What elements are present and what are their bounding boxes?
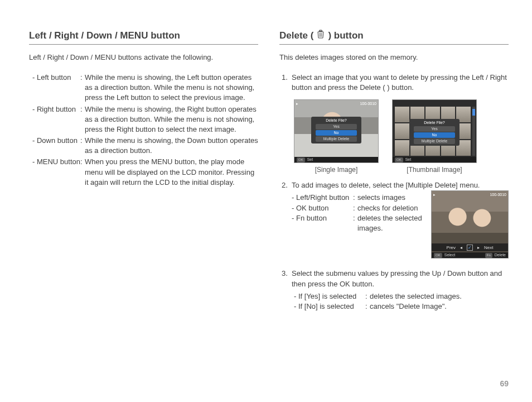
- step-num: 2.: [282, 180, 292, 259]
- chevron-right-icon: ▸: [477, 245, 480, 251]
- lcd-topbar: ▸ 100-0010: [433, 192, 506, 198]
- caption-thumb: [Thumbnail Image]: [392, 165, 477, 175]
- def-colon: :: [353, 203, 357, 213]
- lcd-botbar: OK Set: [393, 157, 476, 162]
- sub-body: checks for deletion: [357, 203, 423, 213]
- def-colon: :: [365, 291, 370, 302]
- def-colon: :: [80, 157, 85, 188]
- def-colon: :: [353, 193, 357, 203]
- lcd-dialog: Delete File? Yes No Multiple Delete: [311, 117, 361, 143]
- sub-term: - If [No] is selected: [294, 302, 365, 312]
- lcd-counter: 100-0010: [360, 101, 376, 107]
- def-colon: :: [80, 104, 85, 135]
- play-icon: ▸: [433, 192, 436, 198]
- def-colon: :: [353, 213, 357, 233]
- dialog-no: No: [414, 132, 455, 138]
- dialog-yes: Yes: [316, 124, 357, 130]
- delete-label: Delete: [495, 252, 506, 258]
- sub-term: - Fn button: [292, 213, 353, 233]
- step-body: Select an image that you want to delete …: [292, 73, 509, 93]
- dialog-title: Delete File?: [409, 120, 460, 126]
- lcd-botbar: OK Select Fn Delete: [432, 252, 508, 258]
- sub-lr: - Left/Right button : selects images: [292, 193, 423, 203]
- left-defs: - Left button : While the menu is showin…: [32, 73, 258, 188]
- right-title: Delete ( ) button: [279, 29, 509, 45]
- left-column: Left / Right / Down / MENU button Left /…: [29, 29, 258, 385]
- dialog-multi: Multiple Delete: [316, 136, 357, 142]
- def-term: - Down button: [32, 136, 80, 156]
- lcd-thumb: Delete File? Yes No Multiple Delete OK S…: [392, 99, 477, 163]
- step-3: 3. Select the submenu values by pressing…: [282, 269, 509, 312]
- ok-badge: OK: [297, 157, 305, 162]
- lcd-multi: ▸ 100-0010 Prev ◂ ✓ ▸ Next OK Select: [431, 190, 509, 259]
- set-label: Set: [307, 157, 313, 162]
- manual-page: Left / Right / Down / MENU button Left /…: [0, 0, 532, 402]
- sub-no: - If [No] is selected : cancels "Delete …: [294, 302, 509, 312]
- lcd-navrow: Prev ◂ ✓ ▸ Next: [432, 243, 508, 251]
- def-body: While the menu is showing, the Down butt…: [85, 136, 258, 156]
- sub-term: - OK button: [292, 203, 353, 213]
- lcd-dialog: Delete File? Yes No Multiple Delete: [409, 119, 460, 145]
- step3-lead: Select the submenu values by pressing th…: [292, 269, 509, 289]
- page-number: 69: [500, 379, 509, 390]
- def-colon: :: [365, 302, 370, 312]
- fn-badge: Fn: [485, 253, 492, 257]
- dialog-multi: Multiple Delete: [414, 138, 455, 144]
- step-1: 1. Select an image that you want to dele…: [282, 73, 509, 93]
- def-colon: :: [80, 73, 85, 103]
- sub-body: deletes the selected images.: [370, 291, 509, 302]
- sub-term: - Left/Right button: [292, 193, 353, 203]
- prev-label: Prev: [447, 245, 456, 251]
- step-num: 3.: [282, 269, 292, 312]
- next-label: Next: [484, 245, 493, 251]
- step-body: To add images to delete, select the [Mul…: [292, 180, 509, 259]
- lcd-topbar: ▸ 100-0010: [296, 101, 376, 107]
- def-term: - MENU button: [32, 157, 80, 188]
- lcd-botbar: OK Set: [294, 157, 378, 162]
- ok-badge: OK: [395, 157, 403, 162]
- thumb-cell: [395, 107, 409, 122]
- right-title-pre: Delete (: [279, 29, 313, 42]
- sub-term: - If [Yes] is selected: [294, 291, 365, 302]
- def-body: While the menu is showing, the Left butt…: [85, 73, 258, 103]
- trash-icon: [317, 29, 325, 42]
- play-icon: ▸: [296, 101, 298, 107]
- lcd-counter: 100-0010: [490, 192, 506, 198]
- dialog-no: No: [316, 130, 357, 136]
- def-right-button: - Right button : While the menu is showi…: [32, 104, 258, 135]
- def-body: While the menu is showing, the Right but…: [85, 104, 258, 135]
- left-intro: Left / Right / Down / MENU buttons activ…: [29, 52, 258, 63]
- left-title-text: Left / Right / Down / MENU button: [29, 29, 180, 42]
- step1-text: Select an image that you want to delete …: [292, 73, 507, 92]
- def-term: - Left button: [32, 73, 80, 103]
- sub-body: selects images: [357, 193, 423, 203]
- step1-screens: ▸ 100-0010 Delete File? Yes No Multiple …: [294, 99, 509, 175]
- dialog-yes: Yes: [414, 126, 455, 132]
- def-term: - Right button: [32, 104, 80, 135]
- single-image-block: ▸ 100-0010 Delete File? Yes No Multiple …: [294, 99, 379, 175]
- def-down-button: - Down button : While the menu is showin…: [32, 136, 258, 156]
- def-body: When you press the MENU button, the play…: [85, 157, 258, 188]
- step-2: 2. To add images to delete, select the […: [282, 180, 509, 259]
- def-colon: :: [80, 136, 85, 156]
- step2-subs: - Left/Right button : selects images - O…: [292, 193, 423, 233]
- lcd-scrollbar: [472, 107, 475, 156]
- select-label: Select: [444, 252, 455, 258]
- scrollbar-knob: [472, 109, 475, 116]
- step2-lead: To add images to delete, select the [Mul…: [292, 180, 509, 190]
- sub-fn: - Fn button : deletes the selected image…: [292, 213, 423, 233]
- right-intro: This deletes images stored on the memory…: [279, 52, 509, 63]
- ok-badge: OK: [434, 253, 442, 257]
- step3-subs: - If [Yes] is selected : deletes the sel…: [294, 291, 509, 312]
- sub-body: cancels "Delete Image".: [370, 302, 509, 312]
- thumb-cell: [395, 123, 409, 139]
- right-title-post: ) button: [328, 29, 363, 42]
- caption-single: [Single Image]: [294, 165, 379, 175]
- sub-ok: - OK button : checks for deletion: [292, 203, 423, 213]
- def-left-button: - Left button : While the menu is showin…: [32, 73, 258, 103]
- def-menu-button: - MENU button : When you press the MENU …: [32, 157, 258, 188]
- thumb-cell: [395, 140, 409, 156]
- dialog-title: Delete File?: [311, 118, 361, 123]
- sub-yes: - If [Yes] is selected : deletes the sel…: [294, 291, 509, 302]
- step-num: 1.: [282, 73, 292, 93]
